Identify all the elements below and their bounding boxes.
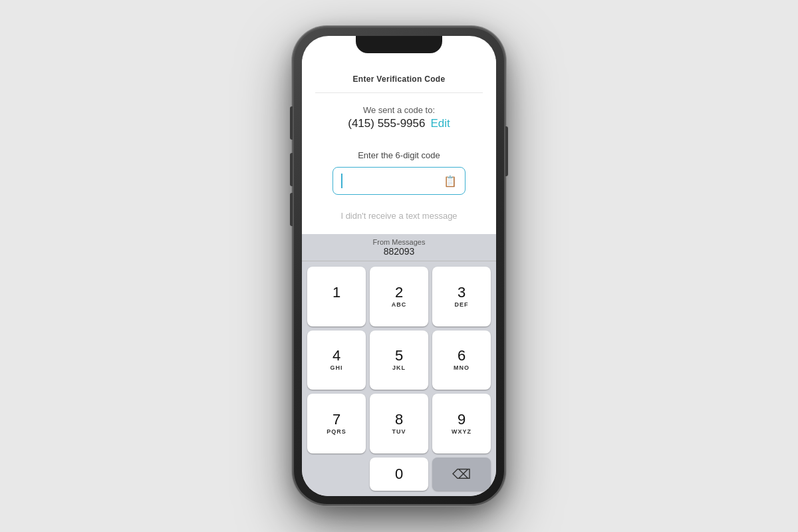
key-3-letters: DEF xyxy=(455,301,469,308)
key-6[interactable]: 6 MNO xyxy=(432,331,491,390)
key-1-letters xyxy=(335,301,338,308)
no-message-link[interactable]: I didn't receive a text message xyxy=(340,211,457,234)
key-2-number: 2 xyxy=(395,285,403,300)
key-2[interactable]: 2 ABC xyxy=(370,267,428,327)
key-0-number: 0 xyxy=(395,467,403,481)
key-7-number: 7 xyxy=(332,412,340,427)
autofill-bar[interactable]: From Messages 882093 xyxy=(302,234,496,261)
code-input-section: Enter the 6-digit code 📋 xyxy=(319,130,479,195)
sent-code-section: We sent a code to: (415) 555-9956 Edit xyxy=(334,93,464,130)
key-7[interactable]: 7 PQRS xyxy=(307,394,366,454)
paste-icon: 📋 xyxy=(444,175,457,188)
autofill-code-value: 882093 xyxy=(384,246,415,257)
key-9-number: 9 xyxy=(458,412,466,427)
screen-content: Enter Verification Code We sent a code t… xyxy=(302,36,496,496)
notch xyxy=(356,36,442,53)
keys-grid: 1 2 ABC 3 DEF xyxy=(302,261,496,458)
bottom-row: 0 ⌫ xyxy=(302,458,496,496)
key-delete[interactable]: ⌫ xyxy=(432,458,491,491)
page-title-bar: Enter Verification Code xyxy=(315,72,483,93)
key-8[interactable]: 8 TUV xyxy=(370,394,428,454)
key-4-number: 4 xyxy=(332,348,340,363)
key-5-number: 5 xyxy=(395,348,403,363)
key-6-number: 6 xyxy=(458,348,466,363)
autofill-suggestion[interactable]: From Messages 882093 xyxy=(313,238,485,257)
key-1-number: 1 xyxy=(332,285,340,300)
top-section: Enter Verification Code We sent a code t… xyxy=(302,59,496,234)
delete-icon: ⌫ xyxy=(452,466,471,482)
phone-number: (415) 555-9956 xyxy=(348,117,425,130)
key-1[interactable]: 1 xyxy=(307,267,366,327)
phone-number-row: (415) 555-9956 Edit xyxy=(348,117,450,130)
autofill-from-label: From Messages xyxy=(373,238,426,246)
code-input-box[interactable]: 📋 xyxy=(332,167,466,195)
sent-to-label: We sent a code to: xyxy=(348,105,450,115)
key-5-letters: JKL xyxy=(392,364,406,371)
key-8-letters: TUV xyxy=(392,428,406,435)
key-3-number: 3 xyxy=(458,285,466,300)
key-6-letters: MNO xyxy=(454,364,469,371)
key-9[interactable]: 9 WXYZ xyxy=(432,394,491,454)
phone-frame: Enter Verification Code We sent a code t… xyxy=(293,27,505,505)
code-input-label: Enter the 6-digit code xyxy=(358,150,440,160)
key-bottom-empty xyxy=(307,458,366,491)
page-title: Enter Verification Code xyxy=(353,74,446,84)
key-5[interactable]: 5 JKL xyxy=(370,331,428,390)
phone-screen: Enter Verification Code We sent a code t… xyxy=(302,36,496,496)
keyboard-area: From Messages 882093 1 2 xyxy=(302,234,496,496)
phone-device: Enter Verification Code We sent a code t… xyxy=(293,27,505,505)
key-8-number: 8 xyxy=(395,412,403,427)
key-0[interactable]: 0 xyxy=(370,458,428,491)
key-3[interactable]: 3 DEF xyxy=(432,267,491,327)
key-2-letters: ABC xyxy=(392,301,407,308)
edit-link[interactable]: Edit xyxy=(430,117,450,130)
key-4[interactable]: 4 GHI xyxy=(307,331,366,390)
key-9-letters: WXYZ xyxy=(452,428,471,435)
cursor xyxy=(341,174,342,188)
key-7-letters: PQRS xyxy=(327,428,346,435)
key-4-letters: GHI xyxy=(330,364,342,371)
